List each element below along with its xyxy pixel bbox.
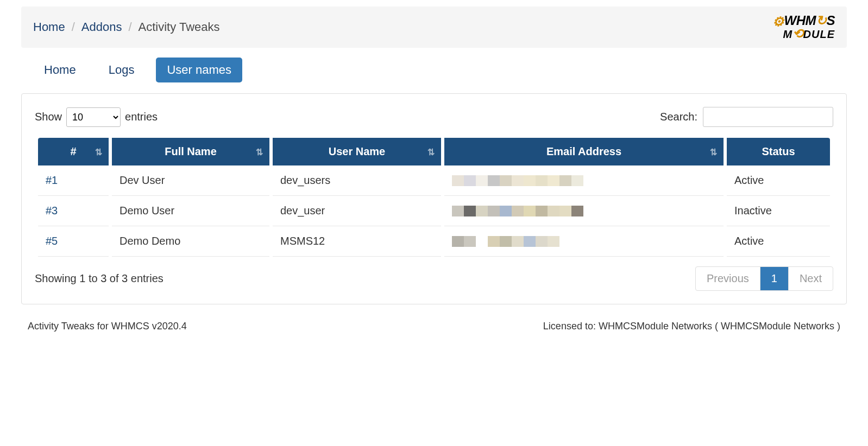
pagination-previous[interactable]: Previous: [696, 267, 760, 290]
cell-email: [444, 165, 724, 196]
cell-status: Inactive: [727, 196, 830, 226]
cell-full-name: Dev User: [112, 165, 269, 196]
col-header-email[interactable]: Email Address⇅: [444, 138, 724, 165]
table-row: #1Dev Userdev_usersActive: [38, 165, 830, 196]
footer: Activity Tweaks for WHMCS v2020.4 Licens…: [21, 317, 847, 348]
sort-icon: ⇅: [95, 146, 102, 157]
cell-user-name: dev_users: [273, 165, 441, 196]
swoosh-icon: ↻: [816, 13, 827, 28]
data-panel: Show 10 entries Search: #⇅ Full Name⇅ Us…: [21, 93, 847, 304]
cell-full-name: Demo Demo: [112, 226, 269, 257]
search-input[interactable]: [703, 107, 833, 127]
col-header-status[interactable]: Status: [727, 138, 830, 165]
cell-email: [444, 196, 724, 226]
gear-icon: ⚙: [772, 15, 784, 28]
cell-user-name: MSMS12: [273, 226, 441, 257]
footer-license: Licensed to: WHMCSModule Networks ( WHMC…: [543, 321, 840, 332]
search-label: Search:: [660, 111, 697, 123]
breadcrumb: Home / Addons / Activity Tweaks: [33, 20, 220, 34]
pagination-next[interactable]: Next: [788, 267, 833, 290]
cell-status: Active: [727, 226, 830, 257]
swoosh-icon: ⟲: [792, 26, 803, 41]
entries-label: entries: [125, 111, 158, 123]
cell-id: #5: [38, 226, 109, 257]
breadcrumb-addons[interactable]: Addons: [81, 20, 122, 34]
cell-id: #1: [38, 165, 109, 196]
tab-logs[interactable]: Logs: [98, 58, 146, 82]
length-select[interactable]: 10: [66, 107, 121, 127]
footer-version: Activity Tweaks for WHMCS v2020.4: [28, 321, 187, 332]
users-table: #⇅ Full Name⇅ User Name⇅ Email Address⇅ …: [35, 138, 833, 257]
cell-user-name: dev_user: [273, 196, 441, 226]
redacted-email: [452, 206, 716, 216]
pagination: Previous 1 Next: [695, 266, 833, 291]
show-label: Show: [35, 111, 62, 123]
cell-status: Active: [727, 165, 830, 196]
cell-id: #3: [38, 196, 109, 226]
breadcrumb-bar: Home / Addons / Activity Tweaks ⚙WHM↻S M…: [21, 7, 847, 48]
sort-icon: ⇅: [710, 146, 717, 157]
search-control: Search:: [660, 107, 833, 127]
table-bottom-controls: Showing 1 to 3 of 3 entries Previous 1 N…: [35, 266, 833, 291]
sort-icon: ⇅: [256, 146, 263, 157]
redacted-email: [452, 236, 716, 247]
breadcrumb-separator: /: [128, 20, 131, 34]
tab-home[interactable]: Home: [33, 58, 87, 82]
table-row: #5Demo DemoMSMS12Active: [38, 226, 830, 257]
breadcrumb-home[interactable]: Home: [33, 20, 65, 34]
tabs: Home Logs User names: [21, 58, 847, 93]
breadcrumb-separator: /: [72, 20, 75, 34]
table-row: #3Demo Userdev_userInactive: [38, 196, 830, 226]
col-header-id[interactable]: #⇅: [38, 138, 109, 165]
cell-email: [444, 226, 724, 257]
col-header-user-name[interactable]: User Name⇅: [273, 138, 441, 165]
length-control: Show 10 entries: [35, 107, 158, 127]
breadcrumb-current: Activity Tweaks: [139, 20, 220, 34]
sort-icon: ⇅: [427, 146, 435, 157]
col-header-full-name[interactable]: Full Name⇅: [112, 138, 269, 165]
table-info: Showing 1 to 3 of 3 entries: [35, 272, 163, 285]
table-top-controls: Show 10 entries Search:: [35, 107, 833, 127]
redacted-email: [452, 175, 716, 186]
whmcs-module-logo: ⚙WHM↻S M⟲DULE: [772, 14, 835, 40]
pagination-page-1[interactable]: 1: [760, 267, 788, 290]
cell-full-name: Demo User: [112, 196, 269, 226]
table-header-row: #⇅ Full Name⇅ User Name⇅ Email Address⇅ …: [38, 138, 830, 165]
tab-user-names[interactable]: User names: [156, 58, 242, 82]
